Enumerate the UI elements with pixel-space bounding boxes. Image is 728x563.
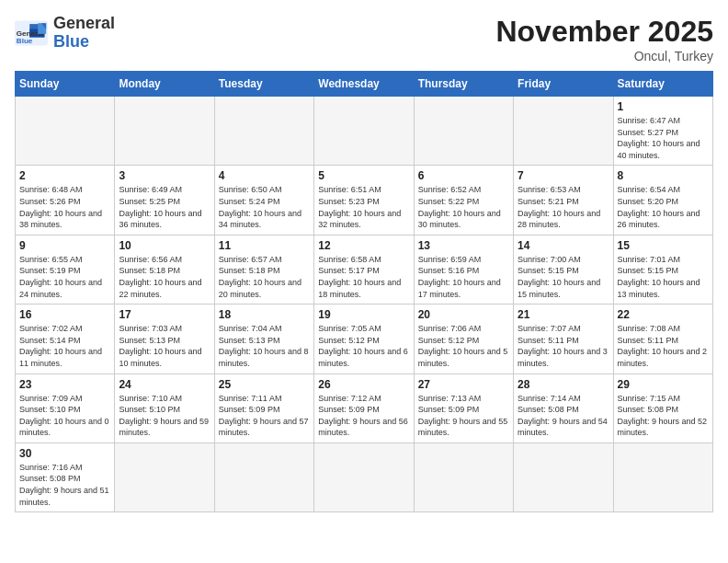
- day-number: 20: [418, 308, 509, 321]
- calendar-day: [613, 442, 712, 511]
- weekday-friday: Friday: [514, 72, 613, 97]
- calendar-day: 28Sunrise: 7:14 AMSunset: 5:08 PMDayligh…: [514, 373, 613, 442]
- day-info: Sunrise: 7:10 AMSunset: 5:10 PMDaylight:…: [119, 393, 210, 439]
- day-number: 12: [318, 239, 409, 252]
- day-info: Sunrise: 7:05 AMSunset: 5:12 PMDaylight:…: [318, 323, 409, 369]
- day-info: Sunrise: 7:12 AMSunset: 5:09 PMDaylight:…: [318, 393, 409, 439]
- day-number: 13: [418, 239, 509, 252]
- calendar-day: 7Sunrise: 6:53 AMSunset: 5:21 PMDaylight…: [514, 166, 613, 235]
- day-number: 30: [19, 447, 110, 460]
- day-info: Sunrise: 7:14 AMSunset: 5:08 PMDaylight:…: [518, 393, 609, 439]
- calendar-day: [115, 442, 214, 511]
- calendar-week-row: 1Sunrise: 6:47 AMSunset: 5:27 PMDaylight…: [16, 97, 713, 166]
- day-number: 16: [19, 308, 110, 321]
- day-number: 14: [518, 239, 609, 252]
- calendar-day: 16Sunrise: 7:02 AMSunset: 5:14 PMDayligh…: [16, 304, 115, 373]
- calendar-day: 27Sunrise: 7:13 AMSunset: 5:09 PMDayligh…: [414, 373, 513, 442]
- day-info: Sunrise: 6:58 AMSunset: 5:17 PMDaylight:…: [318, 254, 409, 300]
- calendar-day: 24Sunrise: 7:10 AMSunset: 5:10 PMDayligh…: [115, 373, 214, 442]
- weekday-wednesday: Wednesday: [314, 72, 414, 97]
- day-number: 17: [119, 308, 210, 321]
- day-info: Sunrise: 7:08 AMSunset: 5:11 PMDaylight:…: [618, 323, 709, 369]
- day-info: Sunrise: 7:16 AMSunset: 5:08 PMDaylight:…: [19, 462, 110, 508]
- day-number: 1: [618, 100, 709, 113]
- weekday-sunday: Sunday: [16, 72, 115, 97]
- calendar-day: 21Sunrise: 7:07 AMSunset: 5:11 PMDayligh…: [514, 304, 613, 373]
- calendar-day: 25Sunrise: 7:11 AMSunset: 5:09 PMDayligh…: [214, 373, 313, 442]
- calendar-day: 12Sunrise: 6:58 AMSunset: 5:17 PMDayligh…: [314, 235, 414, 304]
- svg-text:Blue: Blue: [17, 37, 33, 45]
- calendar-day: 4Sunrise: 6:50 AMSunset: 5:24 PMDaylight…: [214, 166, 313, 235]
- day-number: 9: [19, 239, 110, 252]
- day-number: 28: [518, 378, 609, 391]
- day-info: Sunrise: 7:01 AMSunset: 5:15 PMDaylight:…: [618, 254, 709, 300]
- day-number: 26: [318, 378, 409, 391]
- day-number: 6: [418, 169, 509, 182]
- day-info: Sunrise: 7:03 AMSunset: 5:13 PMDaylight:…: [119, 323, 210, 369]
- calendar-day: [414, 97, 513, 166]
- calendar-day: [115, 97, 214, 166]
- day-number: 27: [418, 378, 509, 391]
- weekday-tuesday: Tuesday: [214, 72, 313, 97]
- day-number: 15: [618, 239, 709, 252]
- day-info: Sunrise: 7:04 AMSunset: 5:13 PMDaylight:…: [219, 323, 310, 369]
- day-info: Sunrise: 6:48 AMSunset: 5:26 PMDaylight:…: [19, 184, 110, 230]
- calendar-day: 2Sunrise: 6:48 AMSunset: 5:26 PMDaylight…: [16, 166, 115, 235]
- logo-text: General Blue: [53, 15, 115, 52]
- day-info: Sunrise: 7:02 AMSunset: 5:14 PMDaylight:…: [19, 323, 110, 369]
- day-info: Sunrise: 6:55 AMSunset: 5:19 PMDaylight:…: [19, 254, 110, 300]
- day-number: 29: [618, 378, 709, 391]
- calendar-day: 26Sunrise: 7:12 AMSunset: 5:09 PMDayligh…: [314, 373, 414, 442]
- calendar-week-row: 30Sunrise: 7:16 AMSunset: 5:08 PMDayligh…: [16, 442, 713, 511]
- day-number: 23: [19, 378, 110, 391]
- day-number: 25: [219, 378, 310, 391]
- day-number: 21: [518, 308, 609, 321]
- day-number: 18: [219, 308, 310, 321]
- calendar-day: 13Sunrise: 6:59 AMSunset: 5:16 PMDayligh…: [414, 235, 513, 304]
- calendar-day: 29Sunrise: 7:15 AMSunset: 5:08 PMDayligh…: [613, 373, 712, 442]
- day-info: Sunrise: 6:53 AMSunset: 5:21 PMDaylight:…: [518, 184, 609, 230]
- day-number: 5: [318, 169, 409, 182]
- calendar-day: 18Sunrise: 7:04 AMSunset: 5:13 PMDayligh…: [214, 304, 313, 373]
- day-info: Sunrise: 7:00 AMSunset: 5:15 PMDaylight:…: [518, 254, 609, 300]
- logo-general: General: [53, 15, 115, 33]
- calendar-day: 22Sunrise: 7:08 AMSunset: 5:11 PMDayligh…: [613, 304, 712, 373]
- calendar-day: [214, 442, 313, 511]
- calendar-day: 30Sunrise: 7:16 AMSunset: 5:08 PMDayligh…: [16, 442, 115, 511]
- calendar-day: [314, 442, 414, 511]
- day-info: Sunrise: 7:11 AMSunset: 5:09 PMDaylight:…: [219, 393, 310, 439]
- location: Oncul, Turkey: [495, 49, 713, 63]
- weekday-header-row: SundayMondayTuesdayWednesdayThursdayFrid…: [16, 72, 713, 97]
- day-info: Sunrise: 7:15 AMSunset: 5:08 PMDaylight:…: [618, 393, 709, 439]
- day-info: Sunrise: 7:07 AMSunset: 5:11 PMDaylight:…: [518, 323, 609, 369]
- day-info: Sunrise: 6:51 AMSunset: 5:23 PMDaylight:…: [318, 184, 409, 230]
- calendar-day: 10Sunrise: 6:56 AMSunset: 5:18 PMDayligh…: [115, 235, 214, 304]
- calendar-day: 1Sunrise: 6:47 AMSunset: 5:27 PMDaylight…: [613, 97, 712, 166]
- day-info: Sunrise: 7:09 AMSunset: 5:10 PMDaylight:…: [19, 393, 110, 439]
- day-info: Sunrise: 6:49 AMSunset: 5:25 PMDaylight:…: [119, 184, 210, 230]
- day-info: Sunrise: 7:06 AMSunset: 5:12 PMDaylight:…: [418, 323, 509, 369]
- day-number: 2: [19, 169, 110, 182]
- calendar-day: [314, 97, 414, 166]
- day-info: Sunrise: 6:54 AMSunset: 5:20 PMDaylight:…: [618, 184, 709, 230]
- calendar-day: 6Sunrise: 6:52 AMSunset: 5:22 PMDaylight…: [414, 166, 513, 235]
- day-info: Sunrise: 6:57 AMSunset: 5:18 PMDaylight:…: [219, 254, 310, 300]
- logo: General Blue General Blue: [15, 15, 115, 52]
- logo-icon: General Blue: [15, 20, 48, 46]
- calendar-day: [514, 97, 613, 166]
- calendar-day: 20Sunrise: 7:06 AMSunset: 5:12 PMDayligh…: [414, 304, 513, 373]
- calendar-day: 19Sunrise: 7:05 AMSunset: 5:12 PMDayligh…: [314, 304, 414, 373]
- header: General Blue General Blue November 2025 …: [15, 15, 713, 63]
- day-number: 24: [119, 378, 210, 391]
- calendar-day: [514, 442, 613, 511]
- calendar-week-row: 16Sunrise: 7:02 AMSunset: 5:14 PMDayligh…: [16, 304, 713, 373]
- calendar-day: 11Sunrise: 6:57 AMSunset: 5:18 PMDayligh…: [214, 235, 313, 304]
- day-info: Sunrise: 7:13 AMSunset: 5:09 PMDaylight:…: [418, 393, 509, 439]
- calendar: SundayMondayTuesdayWednesdayThursdayFrid…: [15, 71, 713, 512]
- title-area: November 2025 Oncul, Turkey: [495, 15, 713, 63]
- weekday-thursday: Thursday: [414, 72, 513, 97]
- weekday-saturday: Saturday: [613, 72, 712, 97]
- calendar-day: 15Sunrise: 7:01 AMSunset: 5:15 PMDayligh…: [613, 235, 712, 304]
- calendar-day: [16, 97, 115, 166]
- calendar-day: [414, 442, 513, 511]
